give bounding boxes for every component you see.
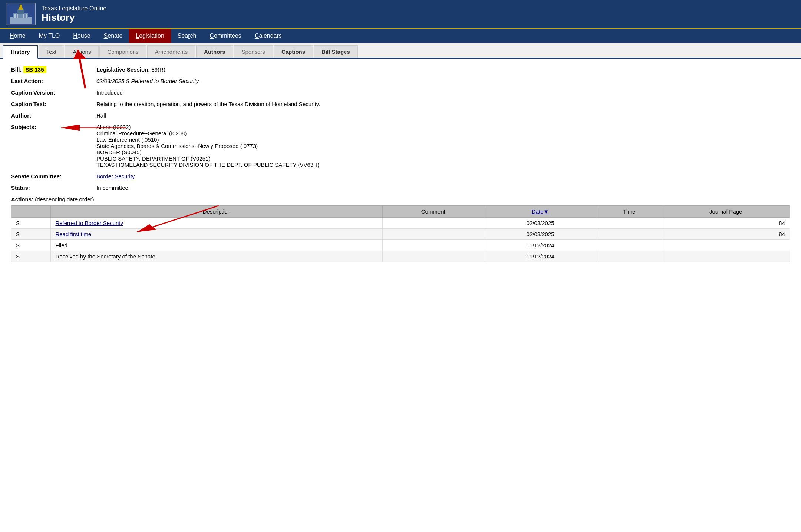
status-value: In committee bbox=[96, 185, 790, 191]
row3-chamber: S bbox=[11, 240, 51, 251]
actions-note: (descending date order) bbox=[35, 196, 94, 202]
table-header-row: Description Comment Date▼ Time Journal P… bbox=[11, 206, 790, 218]
tab-bill-stages[interactable]: Bill Stages bbox=[314, 45, 358, 58]
subject-2: Criminal Procedure--General (I0208) bbox=[96, 130, 790, 136]
col-chamber bbox=[11, 206, 51, 218]
actions-table: Description Comment Date▼ Time Journal P… bbox=[11, 205, 790, 262]
last-action-row: Last Action: 02/03/2025 S Referred to Bo… bbox=[11, 78, 790, 84]
bill-number: SB 135 bbox=[23, 66, 46, 73]
row1-chamber: S bbox=[11, 218, 51, 229]
senate-committee-row: Senate Committee: Border Security bbox=[11, 173, 790, 179]
actions-header: Actions: (descending date order) bbox=[11, 196, 790, 202]
last-action-value: 02/03/2025 S Referred to Border Security bbox=[96, 78, 790, 84]
caption-version-label: Caption Version: bbox=[11, 89, 96, 96]
tab-text[interactable]: Text bbox=[39, 45, 65, 58]
tab-bar: History Text Actions Companions Amendmen… bbox=[0, 43, 801, 59]
row2-time bbox=[597, 229, 662, 240]
bill-session-row: Bill: SB 135 Legislative Session: 89(R) bbox=[11, 66, 790, 73]
row4-date: 11/12/2024 bbox=[484, 251, 597, 262]
row3-journal bbox=[662, 240, 790, 251]
subjects-label: Subjects: bbox=[11, 124, 96, 130]
row2-journal: 84 bbox=[662, 229, 790, 240]
row4-time bbox=[597, 251, 662, 262]
row3-description: Filed bbox=[51, 240, 383, 251]
senate-committee-label: Senate Committee: bbox=[11, 173, 96, 179]
session-value-block: Legislative Session: 89(R) bbox=[96, 66, 790, 73]
tab-authors[interactable]: Authors bbox=[196, 45, 233, 58]
subjects-row: Subjects: Aliens (I0032) Criminal Proced… bbox=[11, 124, 790, 168]
subject-7: TEXAS HOMELAND SECURITY DIVISION OF THE … bbox=[96, 162, 790, 168]
nav-legislation[interactable]: Legislation bbox=[129, 29, 171, 43]
tab-amendments[interactable]: Amendments bbox=[147, 45, 195, 58]
nav-senate[interactable]: Senate bbox=[97, 29, 129, 43]
row4-description: Received by the Secretary of the Senate bbox=[51, 251, 383, 262]
caption-version-row: Caption Version: Introduced bbox=[11, 89, 790, 96]
row4-journal bbox=[662, 251, 790, 262]
nav-search[interactable]: Search bbox=[171, 29, 203, 43]
svg-rect-6 bbox=[17, 14, 18, 18]
subject-3: Law Enforcement (I0510) bbox=[96, 136, 790, 143]
col-time: Time bbox=[597, 206, 662, 218]
subjects-value: Aliens (I0032) Criminal Procedure--Gener… bbox=[96, 124, 790, 168]
table-row: S Received by the Secretary of the Senat… bbox=[11, 251, 790, 262]
main-content: Bill: SB 135 Legislative Session: 89(R) … bbox=[0, 59, 801, 270]
tab-history[interactable]: History bbox=[3, 45, 38, 59]
actions-label-text: Actions: bbox=[11, 196, 33, 202]
nav-calendars[interactable]: Calendars bbox=[248, 29, 289, 43]
row4-comment bbox=[382, 251, 484, 262]
col-journal-page: Journal Page bbox=[662, 206, 790, 218]
row2-date: 02/03/2025 bbox=[484, 229, 597, 240]
col-date[interactable]: Date▼ bbox=[484, 206, 597, 218]
site-logo bbox=[6, 3, 36, 25]
bill-row-left: Bill: SB 135 bbox=[11, 66, 96, 73]
page-title: History bbox=[42, 12, 106, 23]
subject-6: PUBLIC SAFETY, DEPARTMENT OF (V0251) bbox=[96, 155, 790, 162]
subject-1: Aliens (I0032) bbox=[96, 124, 790, 130]
caption-text-label: Caption Text: bbox=[11, 101, 96, 107]
subject-5: BORDER (S0045) bbox=[96, 149, 790, 155]
row2-chamber: S bbox=[11, 229, 51, 240]
senate-committee-link[interactable]: Border Security bbox=[96, 173, 135, 179]
svg-rect-2 bbox=[17, 10, 24, 14]
row1-comment bbox=[382, 218, 484, 229]
caption-version-value: Introduced bbox=[96, 89, 790, 96]
site-name: Texas Legislature Online bbox=[42, 5, 106, 12]
row3-comment bbox=[382, 240, 484, 251]
tab-actions[interactable]: Actions bbox=[65, 45, 99, 58]
table-row: S Read first time 02/03/2025 84 bbox=[11, 229, 790, 240]
col-description: Description bbox=[51, 206, 383, 218]
row1-description: Referred to Border Security bbox=[51, 218, 383, 229]
svg-rect-4 bbox=[20, 5, 22, 10]
row2-description: Read first time bbox=[51, 229, 383, 240]
author-label: Author: bbox=[11, 112, 96, 119]
bill-label: Bill: bbox=[11, 66, 23, 73]
page-header: Texas Legislature Online History bbox=[0, 0, 801, 28]
nav-house[interactable]: House bbox=[66, 29, 97, 43]
subject-4: State Agencies, Boards & Commissions--Ne… bbox=[96, 143, 790, 149]
nav-mytlo[interactable]: My TLO bbox=[32, 29, 67, 43]
table-row: S Referred to Border Security 02/03/2025… bbox=[11, 218, 790, 229]
svg-rect-8 bbox=[26, 14, 27, 18]
tab-sponsors[interactable]: Sponsors bbox=[234, 45, 273, 58]
last-action-label: Last Action: bbox=[11, 78, 96, 84]
main-navigation: Home My TLO House Senate Legislation Sea… bbox=[0, 28, 801, 43]
status-label: Status: bbox=[11, 185, 96, 191]
row2-comment bbox=[382, 229, 484, 240]
row3-date: 11/12/2024 bbox=[484, 240, 597, 251]
svg-rect-7 bbox=[23, 14, 24, 18]
tab-companions[interactable]: Companions bbox=[99, 45, 146, 58]
nav-committees[interactable]: Committees bbox=[203, 29, 248, 43]
author-value: Hall bbox=[96, 112, 790, 119]
author-row: Author: Hall bbox=[11, 112, 790, 119]
col-comment: Comment bbox=[382, 206, 484, 218]
session-label: Legislative Session: bbox=[96, 66, 150, 73]
svg-rect-0 bbox=[10, 17, 32, 24]
caption-text-row: Caption Text: Relating to the creation, … bbox=[11, 101, 790, 107]
senate-committee-value: Border Security bbox=[96, 173, 790, 179]
row1-date: 02/03/2025 bbox=[484, 218, 597, 229]
site-title-block: Texas Legislature Online History bbox=[42, 5, 106, 23]
row4-chamber: S bbox=[11, 251, 51, 262]
caption-text-value: Relating to the creation, operation, and… bbox=[96, 101, 790, 107]
nav-home[interactable]: Home bbox=[3, 29, 32, 43]
tab-captions[interactable]: Captions bbox=[274, 45, 313, 58]
